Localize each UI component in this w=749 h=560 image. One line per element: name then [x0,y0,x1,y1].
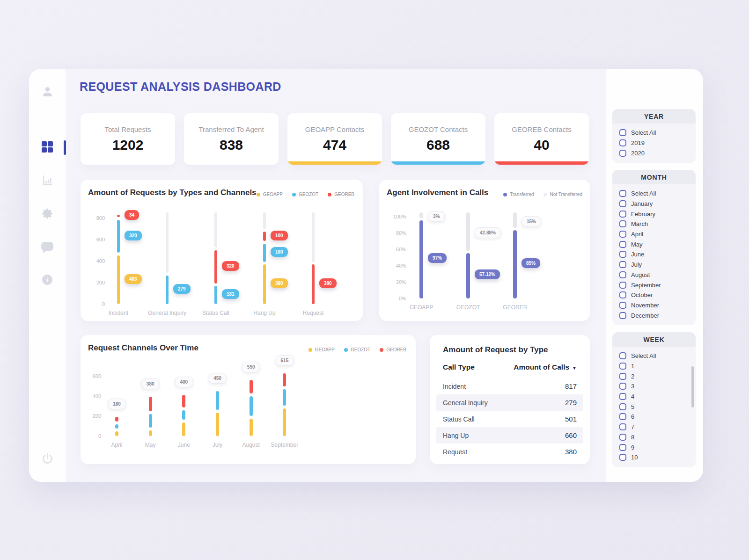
x-category-label: April [111,442,122,448]
checkbox-icon[interactable] [619,302,626,309]
checkbox-icon[interactable] [619,423,626,430]
info-icon[interactable]: i [29,275,66,285]
filter-option-1[interactable]: 1 [619,361,693,371]
bar-segment-georeb [214,250,217,284]
table-card-amount-by-type: Amount of Request by Type Call Type Amou… [430,335,590,464]
call-type-cell: Hang Up [443,432,469,439]
settings-gear-icon[interactable] [29,207,66,220]
chat-icon[interactable] [29,242,66,251]
checkbox-icon[interactable] [619,373,626,380]
chart-title: Agent Involvement in Calls [387,188,488,197]
y-tick: 200 [83,413,101,419]
checkbox-icon[interactable] [619,413,626,420]
checkbox-icon[interactable] [619,200,626,207]
user-icon[interactable] [29,85,66,98]
value-badge: 463 [125,274,142,284]
y-tick: 400 [87,258,105,264]
checkbox-icon[interactable] [619,352,626,359]
checkbox-icon[interactable] [619,403,626,410]
checkbox-icon[interactable] [619,444,626,451]
total-badge: 615 [276,355,294,366]
filter-option-6[interactable]: 6 [619,412,693,422]
filter-option-select-all[interactable]: Select All [619,128,693,138]
stat-card-label: Transferred To Agent [198,125,264,133]
stat-card-value: 688 [426,137,450,153]
checkbox-icon[interactable] [619,393,626,400]
filter-option-9[interactable]: 9 [619,442,693,452]
checkbox-icon[interactable] [619,190,626,197]
bar-segment-geozot [117,220,120,253]
filter-option-2019[interactable]: 2019 [619,138,693,148]
dashboard-grid-icon[interactable] [29,141,66,153]
table-title: Amount of Request by Type [443,345,548,355]
bar-segment-geozot [115,424,118,429]
stat-card-value: 1202 [112,137,144,153]
power-icon[interactable] [29,452,66,465]
stat-card-value: 838 [220,137,243,153]
checkbox-icon[interactable] [619,150,626,157]
stat-card-label: GEOREB Contacts [512,125,572,133]
y-tick: 0 [83,433,101,439]
filter-option-may[interactable]: May [619,239,693,249]
legend-item: GEOZOT [344,347,370,352]
filter-option-7[interactable]: 7 [619,422,693,432]
filter-option-august[interactable]: August [619,270,693,280]
filter-option-10[interactable]: 10 [619,452,693,463]
checkbox-icon[interactable] [619,271,626,278]
x-category-label: GEOZOT [456,304,480,311]
checkbox-icon[interactable] [619,383,626,390]
filter-option-4[interactable]: 4 [619,392,693,402]
filter-option-november[interactable]: November [619,300,693,311]
bar-segment-georeb [263,232,266,241]
chart-plot: 0%20%40%60%80%100%97%3%GEOAPP57.12%42.88… [410,212,551,298]
filter-option-july[interactable]: July [619,260,693,270]
value-badge: 279 [173,284,191,294]
filter-option-december[interactable]: December [619,310,693,320]
checkbox-icon[interactable] [619,129,626,136]
filter-option-3[interactable]: 3 [619,381,693,392]
scrollbar-thumb[interactable] [691,366,694,407]
filter-option-select-all[interactable]: Select All [619,189,693,199]
stat-card: Total Requests1202 [81,113,175,165]
bar-segment-georeb [115,417,118,422]
filter-option-2020[interactable]: 2020 [619,148,693,158]
column-amount-of-calls-sort[interactable]: Amount of Calls▼ [514,363,577,371]
filter-option-april[interactable]: April [619,229,693,240]
bar-chart-icon[interactable] [29,175,66,186]
filter-option-september[interactable]: September [619,280,693,290]
filter-option-june[interactable]: June [619,249,693,260]
filter-option-october[interactable]: October [619,290,693,300]
table-rows: Incident817General Inquiry279Status Call… [436,378,583,460]
checkbox-icon[interactable] [619,454,626,461]
filter-option-select-all[interactable]: Select All [619,351,693,361]
filter-option-2[interactable]: 2 [619,371,693,381]
filter-option-march[interactable]: March [619,219,693,229]
chart-card-channels-over-time: Request Channels Over Time GEOAPPGEOZOTG… [81,335,416,464]
checkbox-icon[interactable] [619,261,626,268]
value-badge: 180 [271,247,288,257]
filter-option-5[interactable]: 5 [619,401,693,412]
bar-segment-geozot [263,244,266,262]
checkbox-icon[interactable] [619,312,626,319]
checkbox-icon[interactable] [619,139,626,146]
legend-dot [344,348,348,352]
checkbox-icon[interactable] [619,363,626,370]
checkbox-icon[interactable] [619,241,626,248]
checkbox-icon[interactable] [619,211,626,218]
filter-option-february[interactable]: February [619,209,693,219]
bar-segment-georeb [283,373,286,386]
filter-option-8[interactable]: 8 [619,432,693,443]
checkbox-icon[interactable] [619,231,626,238]
bar-track-remainder [263,212,266,229]
checkbox-icon[interactable] [619,251,626,258]
checkbox-icon[interactable] [619,291,626,298]
legend-item: GEOAPP [308,347,335,352]
bar-segment-georeb [149,397,152,411]
x-category-label: June [178,442,190,448]
filter-option-january[interactable]: January [619,199,693,209]
checkbox-icon[interactable] [619,282,626,289]
checkbox-icon[interactable] [619,220,626,227]
checkbox-icon[interactable] [619,434,626,441]
filter-option-label: March [631,220,648,227]
chart-plot: 020040060080046332034Incident279General … [109,212,352,304]
